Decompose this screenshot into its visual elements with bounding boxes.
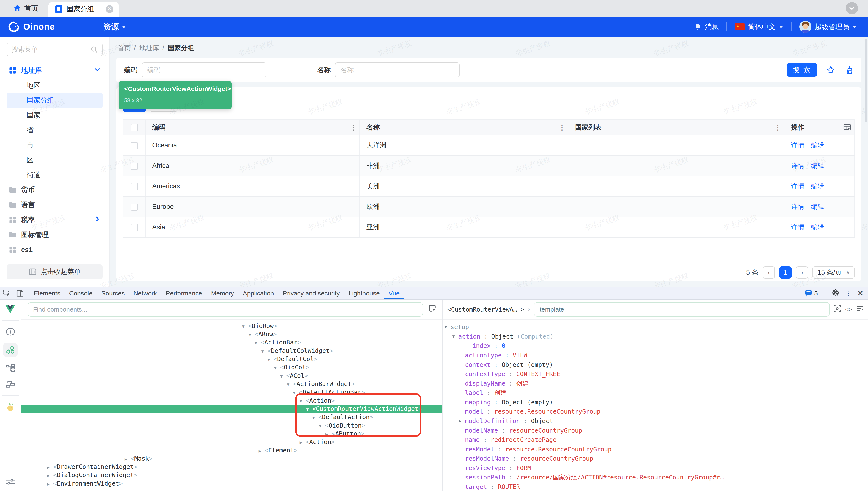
devtools-tab-console[interactable]: Console — [65, 287, 97, 299]
sidebar-item-税率[interactable]: 税率 — [6, 212, 103, 227]
tree-node-ActionBar[interactable]: ▼<ActionBar> — [21, 338, 442, 347]
edit-link[interactable]: 编辑 — [811, 202, 824, 211]
vue-router-tab-icon[interactable] — [5, 379, 15, 389]
devtools-tab-elements[interactable]: Elements — [29, 287, 65, 299]
tree-node-DrawerContainerWidget[interactable]: ▶<DrawerContainerWidget> — [21, 463, 442, 471]
expand-arrow-icon[interactable]: ▼ — [261, 347, 267, 355]
row-checkbox[interactable] — [131, 142, 138, 149]
module-switcher[interactable]: 资源 — [103, 22, 126, 32]
tree-node-EnvironmentWidget[interactable]: ▶<EnvironmentWidget> — [21, 480, 442, 488]
render-mode-box[interactable]: template — [534, 302, 830, 317]
state-row-target[interactable]: target : ROUTER — [443, 482, 868, 491]
devtools-tab-privacy-and-security[interactable]: Privacy and security — [278, 287, 344, 299]
filter-state-icon[interactable] — [857, 306, 864, 313]
tree-node-Element[interactable]: ▶<Element> — [21, 446, 442, 455]
select-component-icon[interactable] — [429, 304, 437, 314]
devtools-tab-lighthouse[interactable]: Lighthouse — [344, 287, 384, 299]
devtools-more-icon[interactable]: ⋮ — [845, 289, 851, 297]
devtools-tab-network[interactable]: Network — [129, 287, 161, 299]
sidebar-item-语言[interactable]: 语言 — [6, 197, 103, 212]
tree-node-AButton[interactable]: ▶<AButton> — [21, 430, 442, 438]
code-input[interactable]: 编码 — [142, 62, 266, 78]
state-row-modelName[interactable]: modelName : resourceCountryGroup — [443, 426, 868, 435]
state-row-actionType[interactable]: actionType : VIEW — [443, 350, 868, 360]
expand-arrow-icon[interactable]: ▶ — [47, 463, 53, 471]
sidebar-item-图标管理[interactable]: 图标管理 — [6, 227, 103, 242]
sidebar-item-cs1[interactable]: cs1 — [6, 242, 103, 257]
expand-arrow-icon[interactable]: ▼ — [293, 389, 299, 397]
clear-broom-icon[interactable] — [845, 66, 853, 75]
state-row-modelDefinition[interactable]: ▶modelDefinition : Object — [443, 416, 868, 426]
select-all-checkbox[interactable] — [131, 124, 138, 131]
expand-arrow-icon[interactable]: ▶ — [125, 455, 131, 463]
state-row-mapping[interactable]: mapping : Object (empty) — [443, 398, 868, 407]
detail-link[interactable]: 详情 — [791, 141, 804, 150]
sidebar-item-地址库[interactable]: 地址库 — [6, 63, 103, 78]
vue-components-tab-icon[interactable] — [3, 343, 18, 357]
favorite-star-icon[interactable] — [826, 66, 835, 75]
expand-arrow-icon[interactable]: ▶ — [47, 471, 53, 480]
devtools-tab-sources[interactable]: Sources — [97, 287, 129, 299]
column-menu-icon[interactable]: ⋮ — [559, 124, 565, 132]
state-row-contextType[interactable]: contextType : CONTEXT_FREE — [443, 369, 868, 379]
state-row-setup[interactable]: ▼setup — [443, 322, 868, 332]
breadcrumb-home[interactable]: 首页 — [117, 44, 131, 53]
language-switcher[interactable]: ★ 简体中文 — [735, 22, 783, 32]
state-row-context[interactable]: context : Object (empty) — [443, 360, 868, 370]
row-checkbox[interactable] — [131, 224, 138, 231]
column-menu-icon[interactable]: ⋮ — [775, 124, 781, 132]
state-row-resModel[interactable]: resModel : resource.ResourceCountryGroup — [443, 444, 868, 454]
expand-arrow-icon[interactable]: ▼ — [267, 355, 274, 364]
user-menu[interactable]: 超级管理员 — [799, 21, 857, 33]
sidebar-item-省[interactable]: 省 — [6, 123, 103, 138]
tree-node-OioRow[interactable]: ▼<OioRow> — [21, 322, 442, 330]
collapse-menu-button[interactable]: 点击收起菜单 — [6, 264, 103, 280]
expand-arrow-icon[interactable]: ▶ — [459, 416, 462, 426]
edit-link[interactable]: 编辑 — [811, 141, 824, 150]
edit-link[interactable]: 编辑 — [811, 182, 824, 191]
row-checkbox[interactable] — [131, 163, 138, 170]
table-settings-icon[interactable] — [843, 124, 851, 133]
pinia-tab-icon[interactable] — [5, 402, 15, 412]
tree-node-DialogContainerWidget[interactable]: ▶<DialogContainerWidget> — [21, 471, 442, 479]
tree-node-ARow[interactable]: ▼<ARow> — [21, 330, 442, 338]
expand-arrow-icon[interactable]: ▼ — [312, 413, 318, 422]
expand-arrow-icon[interactable]: ▼ — [444, 322, 447, 332]
devtools-tab-performance[interactable]: Performance — [161, 287, 207, 299]
expand-arrow-icon[interactable]: ▼ — [319, 422, 325, 430]
tree-node-Mask[interactable]: ▶<Mask> — [21, 455, 442, 463]
menu-search-input[interactable]: 搜索菜单 — [6, 42, 103, 57]
expand-arrow-icon[interactable]: ▼ — [242, 322, 248, 331]
edit-link[interactable]: 编辑 — [811, 161, 824, 170]
detail-link[interactable]: 详情 — [791, 182, 804, 191]
expand-arrow-icon[interactable]: ▼ — [287, 380, 293, 389]
breadcrumb-parent[interactable]: 地址库 — [139, 44, 159, 53]
tree-node-DefaultCol[interactable]: ▼<DefaultCol> — [21, 355, 442, 363]
next-page-button[interactable]: › — [796, 266, 808, 279]
detail-link[interactable]: 详情 — [791, 161, 804, 170]
home-tab[interactable]: 首页 — [0, 0, 48, 17]
tree-node-Action[interactable]: ▼<Action> — [21, 397, 442, 405]
expand-arrow-icon[interactable]: ▶ — [325, 430, 332, 438]
vue-info-tab-icon[interactable] — [5, 327, 15, 337]
devtools-tab-application[interactable]: Application — [238, 287, 278, 299]
devtools-tab-memory[interactable]: Memory — [207, 287, 239, 299]
sidebar-item-地区[interactable]: 地区 — [6, 78, 103, 93]
tree-node-OioButton[interactable]: ▼<OioButton> — [21, 422, 442, 430]
state-row-resModelName[interactable]: resModelName : resourceCountryGroup — [443, 454, 868, 463]
device-toolbar-icon[interactable] — [13, 287, 27, 299]
row-checkbox[interactable] — [131, 204, 138, 211]
prev-page-button[interactable]: ‹ — [763, 266, 775, 279]
edit-link[interactable]: 编辑 — [811, 223, 824, 232]
current-page[interactable]: 1 — [779, 266, 792, 279]
tree-node-CustomRouterViewActionWidget[interactable]: ▼<CustomRouterViewActionWidget> — [21, 405, 442, 413]
tree-node-DefaultActionBar[interactable]: ▼<DefaultActionBar> — [21, 388, 442, 396]
name-input[interactable]: 名称 — [335, 62, 460, 78]
expand-arrow-icon[interactable]: ▶ — [47, 480, 53, 488]
sidebar-item-市[interactable]: 市 — [6, 138, 103, 153]
scroll-to-component-icon[interactable] — [834, 305, 841, 314]
tree-node-Action[interactable]: ▶<Action> — [21, 438, 442, 446]
expand-arrow-icon[interactable]: ▼ — [306, 405, 312, 413]
messages-button[interactable]: 消息 — [694, 22, 719, 32]
expand-arrow-icon[interactable]: ▼ — [248, 331, 254, 339]
